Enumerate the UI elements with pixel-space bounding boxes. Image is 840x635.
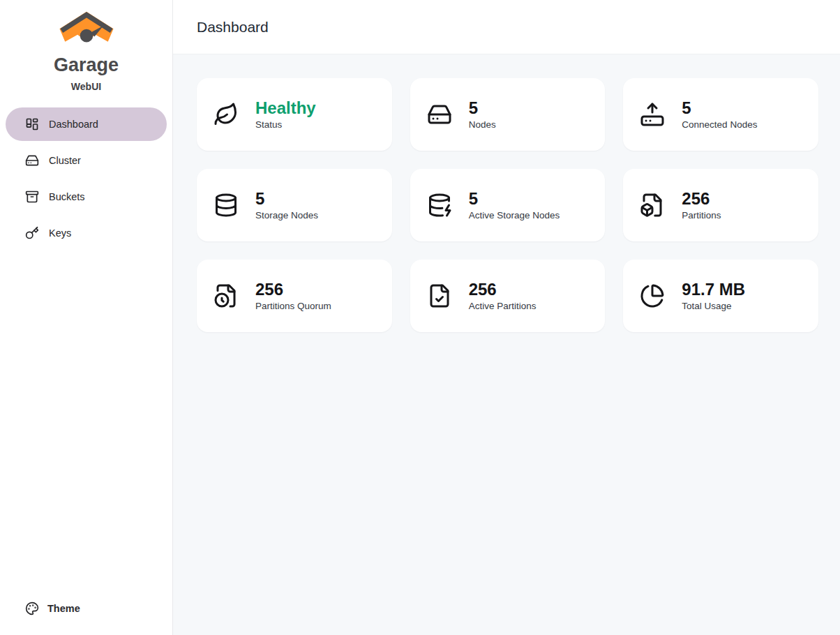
stat-card-connected-nodes: 5 Connected Nodes xyxy=(623,78,818,151)
theme-button[interactable]: Theme xyxy=(6,593,167,624)
page-title: Dashboard xyxy=(197,19,269,36)
dashboard-content: Healthy Status 5 Nodes 5 C xyxy=(173,54,840,635)
stat-text: 256 Partitions Quorum xyxy=(255,281,331,311)
stat-text: 256 Partitions xyxy=(682,190,721,221)
stat-label: Partitions xyxy=(682,210,721,221)
stat-label: Total Usage xyxy=(682,301,745,311)
stat-label: Storage Nodes xyxy=(255,210,318,221)
garage-logo-icon xyxy=(57,10,117,52)
key-icon xyxy=(25,226,39,240)
stat-text: 5 Storage Nodes xyxy=(255,190,318,221)
file-check-icon xyxy=(427,283,452,308)
stat-text: 5 Active Storage Nodes xyxy=(469,190,560,221)
sidebar-item-label: Keys xyxy=(49,227,71,239)
sidebar-item-label: Dashboard xyxy=(49,119,98,130)
sidebar-item-buckets[interactable]: Buckets xyxy=(6,180,167,214)
stat-card-nodes: 5 Nodes xyxy=(410,78,606,151)
app-name: Garage xyxy=(0,56,172,75)
app-subtitle: WebUI xyxy=(0,81,172,92)
database-icon xyxy=(213,193,239,218)
stat-value: 256 xyxy=(682,190,721,207)
stat-value: 5 xyxy=(255,190,318,207)
stat-label: Connected Nodes xyxy=(682,119,757,130)
hard-drive-upload-icon xyxy=(640,102,665,127)
sidebar-bottom: Theme xyxy=(0,593,172,635)
stat-card-partitions-quorum: 256 Partitions Quorum xyxy=(197,260,392,332)
stat-text: 91.7 MB Total Usage xyxy=(682,281,745,311)
app-logo: Garage WebUI xyxy=(0,0,172,92)
sidebar-item-label: Buckets xyxy=(49,191,85,202)
stat-card-status: Healthy Status xyxy=(197,78,392,151)
stat-value: 91.7 MB xyxy=(682,281,745,298)
stat-card-storage-nodes: 5 Storage Nodes xyxy=(197,169,392,241)
stat-label: Active Partitions xyxy=(469,301,537,311)
stat-value: 256 xyxy=(255,281,331,298)
theme-button-label: Theme xyxy=(47,603,80,614)
stat-value: 5 xyxy=(469,99,496,117)
leaf-icon xyxy=(213,102,239,127)
stat-value-status: Healthy xyxy=(255,99,316,117)
stat-label: Partitions Quorum xyxy=(255,301,331,311)
stat-text: 5 Nodes xyxy=(469,99,496,130)
sidebar-item-cluster[interactable]: Cluster xyxy=(6,144,167,177)
palette-icon xyxy=(25,602,39,615)
database-zap-icon xyxy=(427,193,452,218)
stat-value: 5 xyxy=(682,99,757,117)
stat-value: 256 xyxy=(469,281,537,298)
file-clock-icon xyxy=(213,283,239,308)
stat-card-partitions: 256 Partitions xyxy=(623,169,818,241)
sidebar-nav: Dashboard Cluster Buckets Keys xyxy=(0,107,172,250)
stat-text: Healthy Status xyxy=(255,99,316,130)
stats-grid: Healthy Status 5 Nodes 5 C xyxy=(197,78,818,332)
stat-text: 256 Active Partitions xyxy=(469,281,537,311)
sidebar-item-dashboard[interactable]: Dashboard xyxy=(6,107,167,141)
stat-label: Active Storage Nodes xyxy=(469,210,560,221)
hard-drive-icon xyxy=(427,102,452,127)
sidebar: Garage WebUI Dashboard Cluster Buckets xyxy=(0,0,173,635)
stat-label: Status xyxy=(255,119,316,130)
top-bar: Dashboard xyxy=(173,0,840,54)
stat-card-active-partitions: 256 Active Partitions xyxy=(410,260,606,332)
archive-icon xyxy=(25,190,39,204)
main-area: Dashboard Healthy Status 5 Nodes xyxy=(173,0,840,635)
stat-card-total-usage: 91.7 MB Total Usage xyxy=(623,260,818,332)
stat-card-active-storage-nodes: 5 Active Storage Nodes xyxy=(410,169,606,241)
stat-label: Nodes xyxy=(469,119,496,130)
sidebar-item-label: Cluster xyxy=(49,155,81,166)
file-box-icon xyxy=(640,193,665,218)
layout-dashboard-icon xyxy=(25,117,39,131)
stat-text: 5 Connected Nodes xyxy=(682,99,757,130)
stat-value: 5 xyxy=(469,190,560,207)
chart-pie-icon xyxy=(640,283,665,308)
sidebar-item-keys[interactable]: Keys xyxy=(6,216,167,250)
hard-drive-icon xyxy=(25,154,39,167)
